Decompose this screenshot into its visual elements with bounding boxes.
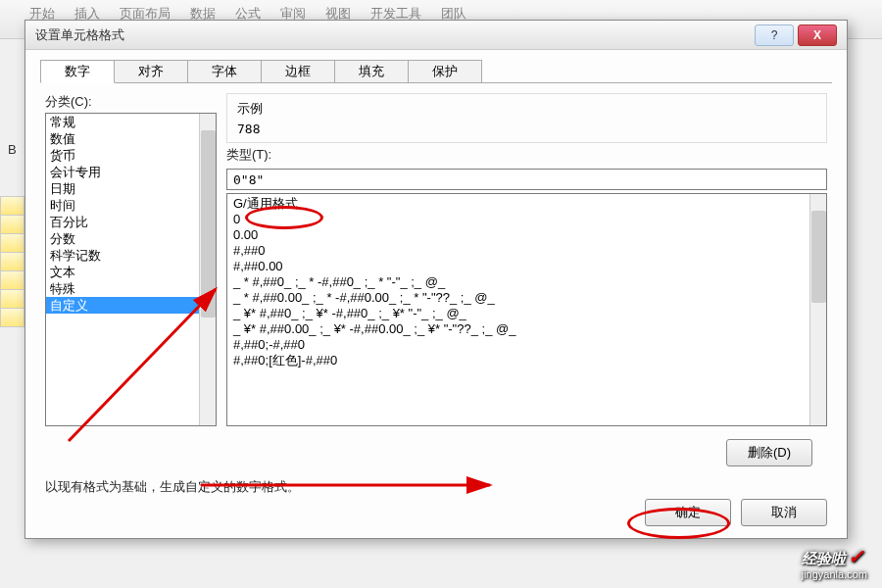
dialog-title: 设置单元格格式 [35,26,755,44]
column-header-b: B [8,142,17,157]
watermark: 经验啦✓ jingyanla.com [802,545,867,580]
format-list[interactable]: G/通用格式 0 0.00 #,##0 #,##0.00 _ * #,##0_ … [226,193,827,426]
scrollbar[interactable] [809,194,826,425]
format-item[interactable]: #,##0;[红色]-#,##0 [233,353,804,368]
format-item[interactable]: 0.00 [233,227,804,243]
format-item[interactable]: #,##0;-#,##0 [233,337,804,353]
list-item[interactable]: 特殊 [46,280,199,297]
list-item[interactable]: 百分比 [46,214,199,230]
sample-value: 788 [237,122,816,136]
list-item-custom[interactable]: 自定义 [46,297,199,314]
tab-alignment[interactable]: 对齐 [114,60,188,83]
delete-button[interactable]: 删除(D) [726,439,812,466]
type-label: 类型(T): [226,146,827,164]
tab-protection[interactable]: 保护 [408,60,482,83]
tab-number[interactable]: 数字 [40,60,115,83]
scroll-thumb[interactable] [201,130,216,318]
format-item[interactable]: #,##0 [233,243,804,259]
list-item[interactable]: 时间 [46,197,199,214]
format-item[interactable]: #,##0.00 [233,259,804,274]
format-item[interactable]: 0 [233,212,804,227]
type-input[interactable] [226,169,827,190]
list-item[interactable]: 科学记数 [46,247,199,264]
dialog-help-button[interactable]: ? [755,24,794,46]
format-item[interactable]: _ ¥* #,##0.00_ ;_ ¥* -#,##0.00_ ;_ ¥* "-… [233,321,804,337]
format-item[interactable]: _ * #,##0.00_ ;_ * -#,##0.00_ ;_ * "-"??… [233,290,804,306]
list-item[interactable]: 分数 [46,230,199,247]
scroll-thumb[interactable] [811,211,826,303]
dialog-tabs: 数字 对齐 字体 边框 填充 保护 [40,60,832,83]
dialog-titlebar: 设置单元格格式 ? X [25,21,847,50]
watermark-check-icon: ✓ [848,546,864,567]
cancel-button[interactable]: 取消 [741,499,827,526]
list-item[interactable]: 文本 [46,264,199,280]
watermark-sub: jingyanla.com [802,568,867,580]
tab-fill[interactable]: 填充 [334,60,409,83]
hint-text: 以现有格式为基础，生成自定义的数字格式。 [40,478,832,496]
format-cells-dialog: 设置单元格格式 ? X 数字 对齐 字体 边框 填充 保护 分类(C): 常规 … [24,20,848,539]
list-item[interactable]: 日期 [46,180,199,197]
scrollbar[interactable] [199,114,216,425]
tab-border[interactable]: 边框 [261,60,335,83]
watermark-text: 经验啦 [802,550,846,566]
list-item[interactable]: 货币 [46,147,199,164]
format-item[interactable]: _ ¥* #,##0_ ;_ ¥* -#,##0_ ;_ ¥* "-"_ ;_ … [233,306,804,321]
category-label: 分类(C): [45,93,217,111]
dialog-close-button[interactable]: X [798,24,837,46]
list-item[interactable]: 数值 [46,130,199,147]
list-item[interactable]: 常规 [46,114,199,130]
ok-button[interactable]: 确定 [645,499,731,526]
list-item[interactable]: 会计专用 [46,164,199,180]
row-highlight-hints [0,196,24,326]
category-listbox[interactable]: 常规 数值 货币 会计专用 日期 时间 百分比 分数 科学记数 文本 特殊 自定… [45,113,217,426]
format-item[interactable]: _ * #,##0_ ;_ * -#,##0_ ;_ * "-"_ ;_ @_ [233,274,804,290]
format-item[interactable]: G/通用格式 [233,196,804,212]
sample-label: 示例 [237,100,816,118]
tab-font[interactable]: 字体 [187,60,262,83]
sample-box: 示例 788 [226,93,827,143]
